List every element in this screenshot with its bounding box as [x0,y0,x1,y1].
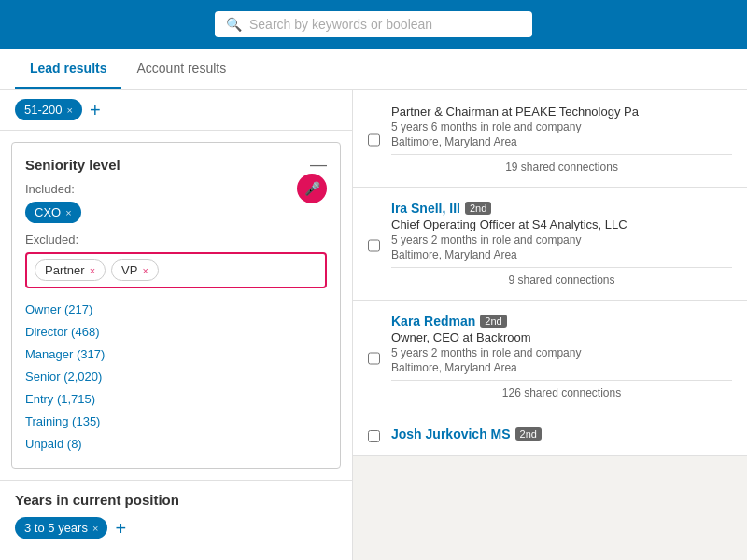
list-item: Senior (2,020) [25,365,327,387]
top-filters-row: 51-200 × + [0,90,352,131]
result-checkbox-2[interactable] [368,317,380,399]
vp-chip-label: VP [121,263,137,277]
list-item: Training (135) [25,410,327,432]
excluded-chips-row: Partner × VP × [25,252,327,288]
seniority-header: Seniority level — [25,156,327,173]
card-connections-0: 19 shared connections [391,154,732,174]
tab-lead-results[interactable]: Lead results [15,49,121,89]
seniority-options-list: Owner (217) Director (468) Manager (317)… [25,298,327,455]
list-item: Entry (1,715) [25,387,327,410]
card-title-0: Partner & Chairman at PEAKE Technology P… [391,105,732,119]
connection-badge-1: 2nd [465,202,491,215]
seniority-section: Seniority level — Included: CXO × 🎤 Excl… [11,142,341,469]
card-content-1: Ira Snell, III 2nd Chief Operating Offic… [391,201,732,287]
card-connections-2: 126 shared connections [391,380,732,399]
card-location-0: Baltimore, Maryland Area [391,135,732,148]
result-name-3[interactable]: Josh Jurkovich MS [391,427,511,441]
add-company-size-button[interactable]: + [90,101,101,119]
partner-chip-label: Partner [45,263,85,277]
senior-option[interactable]: Senior (2,020) [25,370,102,384]
left-panel: 51-200 × + Seniority level — Included: C… [0,90,353,560]
card-location-1: Baltimore, Maryland Area [391,248,732,261]
card-content-0: Partner & Chairman at PEAKE Technology P… [391,103,732,174]
excluded-label: Excluded: [25,232,327,246]
company-size-chip-label: 51-200 [24,103,62,117]
years-chip[interactable]: 3 to 5 years × [15,517,107,539]
unpaid-option[interactable]: Unpaid (8) [25,437,82,451]
cxo-chip[interactable]: CXO × [25,202,81,223]
result-checkbox-1[interactable] [368,204,380,287]
years-chip-label: 3 to 5 years [24,521,88,535]
main-layout: 51-200 × + Seniority level — Included: C… [0,90,747,560]
vp-chip[interactable]: VP × [111,259,159,281]
card-connections-1: 9 shared connections [391,267,732,287]
owner-option[interactable]: Owner (217) [25,302,92,316]
tab-account-results[interactable]: Account results [121,49,241,89]
result-name-1[interactable]: Ira Snell, III [391,201,460,216]
add-years-button[interactable]: + [115,519,126,538]
mic-icon: 🎤 [304,181,320,196]
card-location-2: Baltimore, Maryland Area [391,361,732,374]
included-chips-row: CXO × 🎤 [25,202,327,223]
table-row: Ira Snell, III 2nd Chief Operating Offic… [353,188,747,301]
years-chip-remove[interactable]: × [92,523,98,534]
training-option[interactable]: Training (135) [25,414,100,428]
search-input-placeholder[interactable]: Search by keywords or boolean [249,17,432,32]
card-tenure-1: 5 years 2 months in role and company [391,233,732,246]
cxo-chip-label: CXO [35,205,61,219]
top-nav: 🔍 Search by keywords or boolean [0,0,747,49]
list-item: Owner (217) [25,298,327,320]
list-item: Director (468) [25,320,327,343]
result-checkbox-0[interactable] [368,106,380,174]
cxo-chip-remove[interactable]: × [65,207,71,218]
card-tenure-2: 5 years 2 months in role and company [391,346,732,359]
partner-chip[interactable]: Partner × [35,259,106,281]
list-item: Unpaid (8) [25,432,327,455]
partner-chip-remove[interactable]: × [90,265,95,276]
table-row: Kara Redman 2nd Owner, CEO at Backroom 5… [353,301,747,413]
company-size-chip-remove[interactable]: × [66,105,72,116]
table-row: Josh Jurkovich MS 2nd [353,413,747,456]
company-size-chip[interactable]: 51-200 × [15,99,82,120]
result-name-2[interactable]: Kara Redman [391,314,475,329]
manager-option[interactable]: Manager (317) [25,347,105,361]
search-icon: 🔍 [226,17,242,32]
entry-option[interactable]: Entry (1,715) [25,392,95,406]
mic-bubble[interactable]: 🎤 [297,174,327,203]
connection-badge-2: 2nd [480,315,506,328]
years-section: Years in current position 3 to 5 years ×… [0,480,352,550]
result-checkbox-3[interactable] [368,430,380,442]
vp-chip-remove[interactable]: × [142,265,148,276]
list-item: Manager (317) [25,343,327,365]
card-tenure-0: 5 years 6 months in role and company [391,120,732,133]
search-bar[interactable]: 🔍 Search by keywords or boolean [215,11,532,37]
card-title-1: Chief Operating Officer at S4 Analytics,… [391,217,732,231]
card-title-2: Owner, CEO at Backroom [391,330,732,344]
tab-bar: Lead results Account results [0,49,747,90]
director-option[interactable]: Director (468) [25,325,99,339]
seniority-collapse-button[interactable]: — [310,156,327,173]
seniority-title: Seniority level [25,157,120,173]
card-content-3: Josh Jurkovich MS 2nd [391,427,732,442]
included-label: Included: [25,182,327,196]
table-row: Partner & Chairman at PEAKE Technology P… [353,90,747,188]
years-title: Years in current position [15,492,337,508]
years-chips-row: 3 to 5 years × + [15,517,337,539]
card-content-2: Kara Redman 2nd Owner, CEO at Backroom 5… [391,314,732,399]
right-panel: Partner & Chairman at PEAKE Technology P… [353,90,747,560]
connection-badge-3: 2nd [515,427,542,441]
